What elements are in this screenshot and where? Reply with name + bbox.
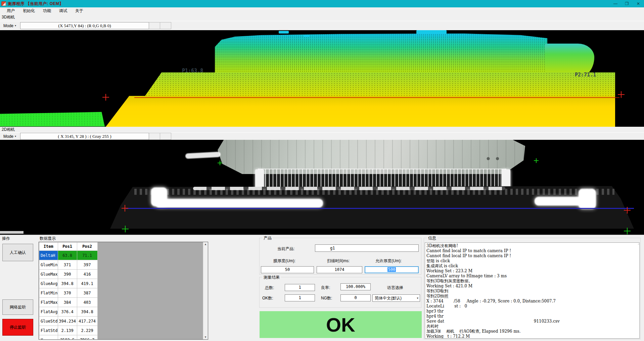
menu-item-about[interactable]: 关于 bbox=[71, 7, 87, 14]
scan-time-label: 扫描时间ms: bbox=[327, 258, 350, 264]
item-cell: FlatAvg bbox=[39, 307, 58, 317]
camera2d-viewport[interactable] bbox=[0, 140, 644, 235]
log-line: LocateLi st : 0 bbox=[426, 304, 638, 309]
menu-item-debug[interactable]: 调试 bbox=[55, 7, 71, 14]
value-cell: 394.234 bbox=[58, 317, 77, 326]
log-scroll-up-icon[interactable]: ^ bbox=[638, 243, 639, 246]
total-field[interactable]: 1 bbox=[285, 284, 315, 291]
table-row[interactable]: GlueMin371397 bbox=[39, 260, 98, 270]
film-thickness-label: 膜厚度(Um): bbox=[273, 258, 295, 264]
item-cell: DeltaH bbox=[39, 251, 58, 260]
chevron-down-icon: ▾ bbox=[15, 135, 16, 138]
menu-item-init[interactable]: 初始化 bbox=[19, 7, 39, 14]
film-thickness-field[interactable]: 50 bbox=[261, 266, 314, 273]
info-group-title: 信息 bbox=[427, 235, 438, 241]
allowed-thickness-field[interactable]: 500 bbox=[365, 266, 419, 273]
menu-bar: 用户 初始化 功能 调试 关于 bbox=[0, 7, 644, 14]
data-table-container: Item Pos1 Pos2 DeltaH63.871.1GlueMin3713… bbox=[39, 242, 208, 340]
log-line: Working Set : 421.0 M bbox=[426, 284, 638, 289]
item-cell: X bbox=[39, 335, 58, 340]
table-row[interactable]: DeltaH63.871.1 bbox=[39, 251, 98, 260]
heightmap-middle-band bbox=[145, 72, 615, 96]
table-row[interactable]: GlueMax390416 bbox=[39, 270, 98, 279]
item-cell: GlueMax bbox=[39, 270, 58, 279]
item-cell: GlueAvg bbox=[39, 279, 58, 288]
value-cell: 384 bbox=[58, 298, 77, 307]
scan-time-field[interactable]: 1074 bbox=[317, 266, 362, 273]
table-row[interactable]: FlatMax384403 bbox=[39, 298, 98, 307]
value-cell: 387 bbox=[77, 288, 97, 298]
ng-count-field[interactable]: 0 bbox=[340, 294, 371, 301]
chevron-down-icon: ▾ bbox=[417, 295, 418, 301]
marker-plus-red bbox=[102, 94, 109, 101]
value-cell: 419.1 bbox=[77, 279, 97, 288]
yield-field[interactable]: 100.000% bbox=[340, 283, 371, 290]
item-cell: FlatStd bbox=[39, 326, 58, 335]
product-group: 产品 当前产品: g1 膜厚度(Um): 扫描时间ms: 允许厚度(Um): 5… bbox=[259, 238, 421, 275]
table-scrollbar[interactable]: ▲ ▼ bbox=[203, 242, 208, 339]
current-product-label: 当前产品: bbox=[277, 246, 294, 252]
camera3d-viewport[interactable]: P1:63.8 P2:71.1 bbox=[0, 30, 644, 127]
marker-plus-red bbox=[618, 91, 625, 98]
table-row[interactable]: GlueAvg394.8419.1 bbox=[39, 279, 98, 288]
marker-plus-green bbox=[122, 226, 129, 232]
camera3d-mode-button[interactable]: Mode ▾ bbox=[1, 23, 18, 29]
value-cell: 2503.5 bbox=[58, 335, 77, 340]
menu-item-user[interactable]: 用户 bbox=[3, 7, 19, 14]
camera2d-coord-readout: ( X 3145, Y 28 ) : ( Gray 255 ) bbox=[20, 133, 149, 140]
maximize-icon[interactable]: ❐ bbox=[621, 0, 633, 7]
language-select-label: 语言选择 bbox=[387, 285, 403, 291]
stop-listen-button[interactable]: 停止监听 bbox=[2, 319, 33, 336]
marker-plus-red bbox=[624, 207, 631, 214]
log-line: 登陆 is click bbox=[426, 259, 638, 264]
table-row[interactable]: FlatStd2.1392.229 bbox=[39, 326, 98, 335]
log-line: 等到3D取到灰度图数据。 bbox=[426, 279, 638, 284]
chevron-down-icon: ▾ bbox=[15, 24, 16, 27]
toolbar-cell bbox=[160, 133, 171, 140]
value-cell: 63.8 bbox=[58, 251, 77, 260]
app-icon bbox=[1, 1, 6, 6]
result-group: 测量结果 总数: 1 良率: 100.000% 语言选择 OK数: 1 NG数:… bbox=[259, 277, 421, 308]
value-cell: 370 bbox=[58, 288, 77, 298]
value-cell: 7966.7 bbox=[77, 335, 97, 340]
log-line: 3D相机没有网络! bbox=[426, 243, 638, 248]
camera3d-label: 3D相机 bbox=[2, 14, 15, 20]
camera3d-section: 3D相机 bbox=[0, 14, 644, 21]
value-cell: 403 bbox=[77, 298, 97, 307]
minimize-icon[interactable]: — bbox=[610, 0, 621, 7]
data-display-title: 数据显示 bbox=[40, 236, 56, 241]
col-pos1: Pos1 bbox=[58, 242, 77, 251]
current-product-field[interactable]: g1 bbox=[315, 244, 419, 252]
result-group-title: 测量结果 bbox=[262, 275, 281, 280]
ok-count-label: OK数: bbox=[262, 295, 273, 301]
heightmap-speck bbox=[416, 30, 447, 34]
scroll-down-icon[interactable]: ▼ bbox=[203, 336, 208, 339]
table-row[interactable]: FlatMin370387 bbox=[39, 288, 98, 298]
p1-measurement-label: P1:63.8 bbox=[182, 68, 203, 74]
log-line: Working t : 712.2 M bbox=[426, 334, 638, 339]
ng-count-label: NG数: bbox=[321, 295, 332, 301]
operation-title: 操作 bbox=[2, 236, 10, 241]
toolbar-cell bbox=[160, 22, 171, 29]
table-row[interactable]: X2503.57966.7 bbox=[39, 335, 98, 340]
menu-item-function[interactable]: 功能 bbox=[39, 7, 55, 14]
log-line: hpr4 thr bbox=[426, 314, 638, 319]
language-dropdown[interactable]: 简体中文(默认) ▾ bbox=[372, 294, 420, 302]
selected-text: 500 bbox=[387, 267, 396, 272]
table-row[interactable]: GlueStd394.234417.274 bbox=[39, 317, 98, 326]
table-row[interactable]: FlatAvg376.4394.8 bbox=[39, 307, 98, 317]
close-icon[interactable]: ✕ bbox=[633, 0, 644, 7]
log-line: 等到3D取到 bbox=[426, 289, 638, 294]
info-log[interactable]: 3D相机没有网络!Cannot find local IP to match c… bbox=[425, 242, 640, 339]
camera2d-mode-button[interactable]: Mode ▾ bbox=[1, 133, 18, 139]
scroll-up-icon[interactable]: ▲ bbox=[203, 243, 208, 246]
yield-label: 良率: bbox=[321, 285, 330, 291]
result-status-banner: OK bbox=[260, 311, 422, 338]
item-cell: FlatMax bbox=[39, 298, 58, 307]
value-cell: 376.4 bbox=[58, 307, 77, 317]
ok-count-field[interactable]: 1 bbox=[285, 294, 315, 301]
network-listen-button[interactable]: 网络监听 bbox=[2, 299, 33, 315]
manual-confirm-button[interactable]: 人工确认 bbox=[2, 244, 33, 261]
p2-measurement-label: P2:71.1 bbox=[575, 72, 596, 78]
log-line: 加载3张 相机 行AOI检查, Elapsed 19296 ms. bbox=[426, 329, 638, 334]
